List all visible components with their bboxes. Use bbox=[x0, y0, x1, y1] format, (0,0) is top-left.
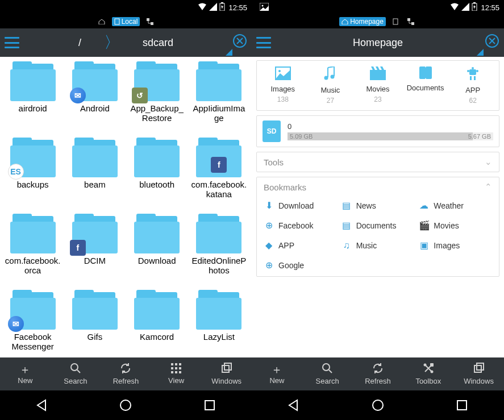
close-tab-button[interactable] bbox=[232, 34, 247, 52]
folder-item[interactable]: airdroid bbox=[2, 61, 63, 136]
folder-label: Gifs bbox=[88, 332, 103, 342]
search-button[interactable]: Search bbox=[51, 357, 101, 390]
svg-rect-3 bbox=[147, 18, 149, 21]
category-music[interactable]: Music27 bbox=[307, 66, 355, 105]
menu-button[interactable] bbox=[5, 37, 19, 48]
music-icon bbox=[324, 66, 336, 84]
folder-item[interactable]: ESbackups bbox=[2, 138, 63, 213]
bookmark-icon: ♫ bbox=[341, 240, 352, 251]
folder-label: Kamcord bbox=[140, 332, 174, 342]
category-documents[interactable]: Documents bbox=[402, 66, 449, 105]
folder-label: com.facebook.orca bbox=[5, 256, 61, 276]
close-tab-button[interactable] bbox=[485, 34, 499, 52]
windows-button[interactable]: Windows bbox=[453, 357, 504, 390]
view-button[interactable]: View bbox=[151, 357, 202, 390]
nav-recent[interactable] bbox=[454, 397, 470, 413]
bookmark-icon: ▣ bbox=[419, 240, 429, 251]
category-label: Documents bbox=[407, 84, 444, 92]
new-button[interactable]: ＋New bbox=[0, 357, 51, 390]
bookmark-images[interactable]: ▣Images bbox=[419, 240, 492, 251]
folder-label: App_Backup_Restore bbox=[128, 103, 185, 123]
tab-network[interactable] bbox=[144, 18, 156, 26]
image-icon bbox=[260, 3, 269, 13]
category-images[interactable]: Images138 bbox=[259, 66, 307, 105]
tab-homepage[interactable]: Homepage bbox=[339, 17, 386, 26]
bookmark-documents[interactable]: ▤Documents bbox=[341, 220, 415, 231]
nav-back[interactable] bbox=[34, 397, 50, 413]
bookmark-weather[interactable]: ☁Weather bbox=[419, 200, 492, 211]
breadcrumb[interactable]: / 〉 sdcard bbox=[19, 32, 232, 53]
folder-item[interactable]: ↺App_Backup_Restore bbox=[127, 61, 188, 136]
folder-label: Android bbox=[80, 103, 110, 113]
location-tabs: Homepage bbox=[252, 15, 504, 28]
folder-item[interactable]: Download bbox=[127, 214, 188, 289]
path-root[interactable]: / bbox=[78, 37, 81, 49]
folder-item[interactable]: AppIidiumImage bbox=[189, 61, 249, 136]
svg-rect-14 bbox=[175, 371, 177, 373]
folder-item[interactable]: LazyList bbox=[189, 290, 249, 357]
svg-point-6 bbox=[71, 364, 78, 371]
tab-local-label: Local bbox=[122, 18, 138, 26]
folder-item[interactable]: beam bbox=[64, 138, 125, 213]
tab-local[interactable]: Local bbox=[112, 17, 140, 26]
windows-button[interactable]: Windows bbox=[201, 357, 252, 390]
bookmark-google[interactable]: ⊕Google bbox=[264, 260, 337, 271]
svg-rect-10 bbox=[171, 367, 173, 369]
search-button[interactable]: Search bbox=[302, 357, 353, 390]
svg-rect-38 bbox=[474, 76, 476, 80]
new-button[interactable]: ＋New bbox=[252, 357, 302, 390]
app-badge-icon: ↺ bbox=[132, 88, 148, 103]
bookmark-facebook[interactable]: ⊕Facebook bbox=[264, 220, 337, 231]
bookmark-news[interactable]: ▤News bbox=[341, 200, 415, 211]
folder-item[interactable]: bluetooth bbox=[127, 138, 188, 213]
bookmark-music[interactable]: ♫Music bbox=[341, 240, 415, 251]
bookmarks-header[interactable]: Bookmarks ⌃ bbox=[257, 177, 499, 197]
folder-item[interactable]: Gifs bbox=[64, 290, 125, 357]
category-movies[interactable]: Movies23 bbox=[354, 66, 402, 105]
nav-home[interactable] bbox=[118, 397, 134, 413]
page-title: Homepage bbox=[271, 37, 485, 49]
dropdown-indicator[interactable] bbox=[477, 49, 484, 56]
status-bar: 12:55 bbox=[0, 0, 252, 15]
bookmark-label: APP bbox=[278, 241, 294, 250]
folder-item[interactable]: fDCIM bbox=[64, 214, 125, 289]
svg-rect-37 bbox=[470, 76, 472, 80]
svg-rect-13 bbox=[171, 371, 173, 373]
dropdown-indicator[interactable] bbox=[226, 49, 232, 56]
nav-back[interactable] bbox=[286, 397, 302, 413]
folder-item[interactable]: EditedOnlinePhotos bbox=[189, 214, 249, 289]
tools-header[interactable]: Tools ⌄ bbox=[257, 152, 499, 172]
folder-item[interactable]: Kamcord bbox=[127, 290, 188, 357]
path-current[interactable]: sdcard bbox=[143, 37, 173, 49]
nav-home[interactable] bbox=[370, 397, 386, 413]
bookmark-label: Google bbox=[278, 261, 304, 270]
signal-icon bbox=[209, 3, 217, 13]
folder-item[interactable]: fcom.facebook.katana bbox=[189, 138, 249, 213]
tab-local[interactable] bbox=[390, 18, 401, 26]
storage-card[interactable]: SD 0 5.09 GB 5.67 GB bbox=[256, 115, 499, 147]
bookmark-label: Images bbox=[434, 241, 460, 250]
bookmark-app[interactable]: ◆APP bbox=[264, 240, 337, 251]
title-text: Homepage bbox=[353, 37, 403, 49]
bookmark-movies[interactable]: 🎬Movies bbox=[419, 220, 492, 231]
bookmark-icon: ⊕ bbox=[264, 260, 274, 271]
tab-home[interactable] bbox=[96, 18, 107, 25]
nav-recent[interactable] bbox=[202, 397, 218, 413]
tab-network[interactable] bbox=[405, 18, 416, 26]
category-app[interactable]: APP62 bbox=[449, 66, 497, 105]
status-time: 12:55 bbox=[228, 3, 247, 12]
bookmark-icon: 🎬 bbox=[419, 220, 429, 231]
menu-button[interactable] bbox=[256, 37, 271, 48]
folder-item[interactable]: com.facebook.orca bbox=[2, 214, 63, 289]
fb-badge-icon: f bbox=[211, 157, 227, 173]
folder-item[interactable]: ✉Facebook Messenger bbox=[2, 290, 63, 357]
refresh-button[interactable]: Refresh bbox=[101, 357, 151, 390]
folder-item[interactable]: ✉Android bbox=[64, 61, 125, 136]
android-nav-bar bbox=[0, 390, 252, 420]
sd-icon: SD bbox=[263, 120, 281, 142]
bookmark-download[interactable]: ⬇Download bbox=[264, 200, 337, 211]
folder-label: Download bbox=[138, 256, 176, 265]
refresh-button[interactable]: Refresh bbox=[353, 357, 403, 390]
movies-icon bbox=[370, 66, 386, 82]
toolbox-button[interactable]: Toolbox bbox=[403, 357, 453, 390]
